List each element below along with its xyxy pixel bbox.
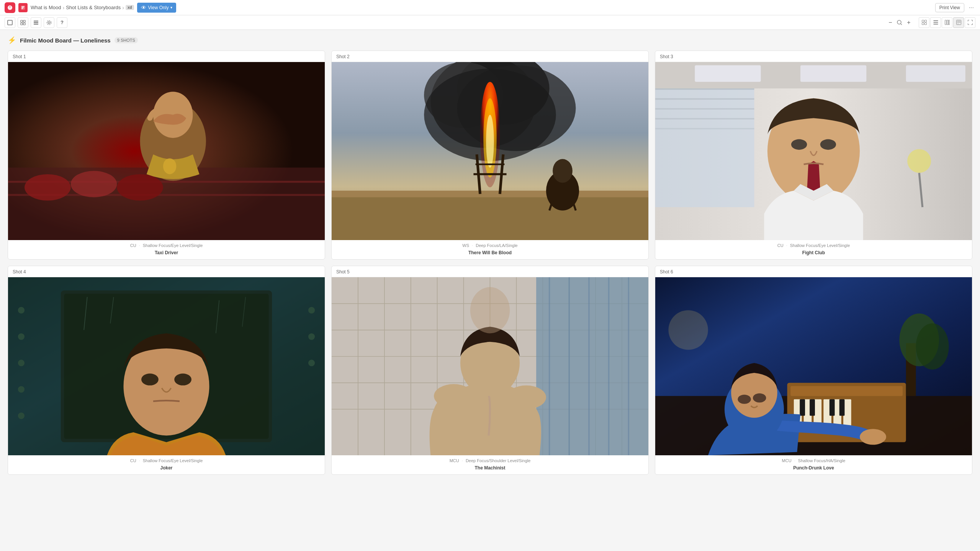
svg-rect-66 <box>655 98 754 100</box>
shot-4-label: Shot 4 <box>8 266 325 277</box>
shot-6-title: Punch-Drunk Love <box>655 464 972 474</box>
svg-rect-4 <box>22 8 23 9</box>
breadcrumb-badge: xd <box>126 5 134 10</box>
svg-point-48 <box>486 115 494 168</box>
shot-5-title: The Machinist <box>332 464 648 474</box>
shot-1-image <box>8 62 325 240</box>
svg-point-80 <box>18 334 25 340</box>
shot-3-title: Fight Club <box>655 249 972 259</box>
toolbar: ? − + <box>0 15 980 30</box>
shot-5-label: Shot 5 <box>332 266 648 277</box>
svg-point-71 <box>791 139 807 150</box>
shot-6-type: MCU <box>782 458 792 463</box>
svg-rect-132 <box>800 399 805 416</box>
toolbar-btn-settings[interactable] <box>44 17 54 28</box>
svg-point-119 <box>507 386 546 409</box>
svg-point-139 <box>738 395 751 404</box>
breadcrumb-sep-2: › <box>122 5 124 11</box>
zoom-icon <box>897 20 903 26</box>
shot-6-label: Shot 6 <box>655 266 972 277</box>
svg-point-15 <box>897 20 901 24</box>
shot-4-meta: CU · Shallow Focus/Eye Level/Single <box>8 455 325 464</box>
view-only-label: View Only <box>148 5 169 10</box>
shot-6-meta: MCU · Shallow Focus/HA/Single <box>655 455 972 464</box>
zoom-controls: − + <box>886 18 913 27</box>
toolbar-btn-rectangle[interactable] <box>5 17 15 28</box>
svg-rect-62 <box>800 65 866 82</box>
svg-point-35 <box>71 171 117 197</box>
breadcrumb-sep-1: › <box>62 5 64 11</box>
svg-point-118 <box>434 384 473 408</box>
view-only-button[interactable]: 👁 View Only ▾ <box>137 3 177 13</box>
view-mode-grid-2[interactable] <box>919 17 929 28</box>
svg-point-84 <box>308 307 315 314</box>
shot-grid: Shot 1 <box>8 51 972 475</box>
shot-5-image <box>332 277 648 455</box>
svg-rect-112 <box>536 277 648 455</box>
svg-point-73 <box>907 149 931 173</box>
shot-3-focus: Shallow Focus/Eye Level/Single <box>790 243 850 248</box>
shot-card-5[interactable]: Shot 5 <box>331 266 649 475</box>
shot-5-focus: Deep Focus/Shoulder Level/Single <box>466 458 530 463</box>
eye-icon: 👁 <box>141 5 146 11</box>
zoom-in-button[interactable]: + <box>904 18 913 27</box>
shot-4-title: Joker <box>8 464 325 474</box>
shot-2-image <box>332 62 648 240</box>
shot-card-6[interactable]: Shot 6 <box>655 266 972 475</box>
top-nav: What is Mood › Shot Lists & Storyboards … <box>0 0 980 15</box>
shot-3-image <box>655 62 972 240</box>
chevron-down-icon: ▾ <box>170 5 172 10</box>
zoom-out-button[interactable]: − <box>886 18 895 27</box>
shot-3-label: Shot 3 <box>655 51 972 62</box>
svg-rect-21 <box>933 20 938 21</box>
svg-rect-28 <box>957 21 960 23</box>
toolbar-btn-grid[interactable] <box>18 17 28 28</box>
shot-3-meta: CU · Shallow Focus/Eye Level/Single <box>655 240 972 249</box>
svg-rect-8 <box>21 23 23 25</box>
shot-card-1[interactable]: Shot 1 <box>8 51 325 260</box>
shot-5-meta: MCU · Deep Focus/Shoulder Level/Single <box>332 455 648 464</box>
svg-point-85 <box>308 334 315 340</box>
shot-2-meta: WS · Deep Focus/LA/Single <box>332 240 648 249</box>
svg-point-14 <box>47 20 51 25</box>
shot-1-label: Shot 1 <box>8 51 325 62</box>
shot-card-4[interactable]: Shot 4 <box>8 266 325 475</box>
page-content: ⚡ Filmic Mood Board — Loneliness 9 SHOTS… <box>0 30 980 551</box>
shot-card-2[interactable]: Shot 2 <box>331 51 649 260</box>
toolbar-btn-list[interactable] <box>31 17 41 28</box>
svg-rect-10 <box>34 21 38 21</box>
svg-rect-67 <box>655 108 754 110</box>
view-mode-filmstrip[interactable] <box>942 17 952 28</box>
shots-badge: 9 SHOTS <box>115 37 138 43</box>
breadcrumb-shot-lists[interactable]: Shot Lists & Storyboards <box>66 5 121 10</box>
shot-1-meta: CU · Shallow Focus/Eye Level/Single <box>8 240 325 249</box>
svg-rect-17 <box>922 20 924 22</box>
toolbar-btn-help[interactable]: ? <box>57 17 67 28</box>
svg-rect-61 <box>695 65 761 82</box>
svg-rect-29 <box>957 24 959 25</box>
shot-card-3[interactable]: Shot 3 <box>655 51 972 260</box>
view-mode-list[interactable] <box>930 17 941 28</box>
shot-3-type: CU <box>777 243 784 248</box>
svg-rect-5 <box>8 20 12 25</box>
svg-point-39 <box>163 159 176 174</box>
svg-rect-26 <box>948 20 949 25</box>
svg-rect-11 <box>34 22 38 23</box>
svg-point-82 <box>18 386 25 392</box>
nav-more-button[interactable]: ··· <box>967 3 975 13</box>
svg-rect-3 <box>22 7 24 8</box>
view-mode-fullscreen[interactable] <box>965 17 975 28</box>
breadcrumb-what-is-mood[interactable]: What is Mood <box>31 5 61 10</box>
print-view-button[interactable]: Print View <box>935 3 964 12</box>
shot-2-type: WS <box>462 243 469 248</box>
svg-rect-12 <box>34 24 38 25</box>
svg-line-16 <box>901 24 902 25</box>
svg-point-13 <box>48 21 50 23</box>
view-mode-detail[interactable] <box>953 17 964 28</box>
svg-rect-125 <box>790 386 903 396</box>
svg-rect-65 <box>655 88 754 90</box>
svg-rect-19 <box>922 23 924 25</box>
svg-rect-18 <box>924 20 926 22</box>
svg-rect-49 <box>332 194 648 240</box>
shot-6-focus: Shallow Focus/HA/Single <box>798 458 846 463</box>
